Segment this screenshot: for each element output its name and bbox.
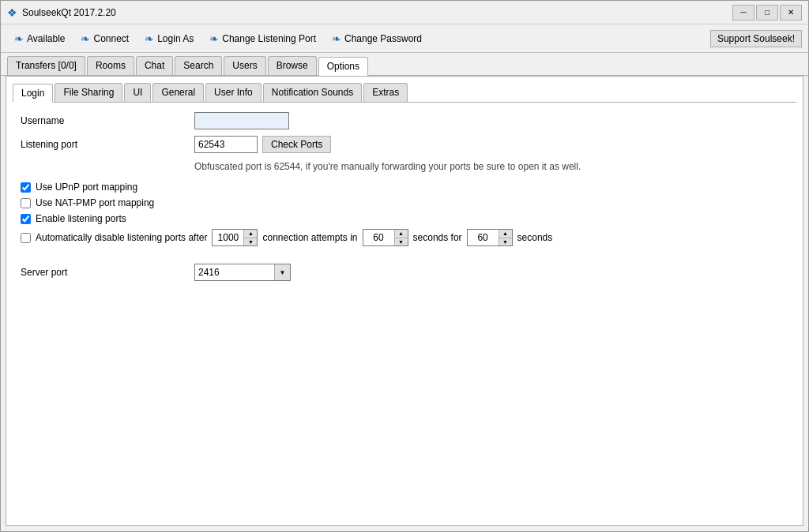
inner-tab-notification-sounds[interactable]: Notification Sounds xyxy=(263,83,362,102)
tab-options[interactable]: Options xyxy=(318,57,368,76)
upnp-label[interactable]: Use UPnP port mapping xyxy=(36,182,137,193)
change-password-icon: ❧ xyxy=(332,32,341,45)
seconds-for-label: seconds for xyxy=(413,232,462,243)
support-button[interactable]: Support Soulseek! xyxy=(710,30,802,47)
login-as-label: Login As xyxy=(157,33,194,44)
obfuscated-note: Obfuscated port is 62544, if you're manu… xyxy=(13,159,796,174)
seconds-label: seconds xyxy=(517,232,553,243)
connect-label: Connect xyxy=(93,33,129,44)
tab-browse[interactable]: Browse xyxy=(268,56,317,75)
connection-attempts-input[interactable] xyxy=(213,230,244,245)
toolbar-left: ❧ Available ❧ Connect ❧ Login As ❧ Chang… xyxy=(7,29,429,48)
title-bar: ❖ SoulseekQt 2017.2.20 ─ □ ✕ xyxy=(1,1,808,24)
change-port-icon: ❧ xyxy=(209,32,219,45)
login-as-icon: ❧ xyxy=(145,32,154,45)
server-port-row: Server port 2416 2417 2418 ▼ xyxy=(13,264,796,281)
seconds-in-up-arrow[interactable]: ▲ xyxy=(395,230,408,238)
title-bar-controls: ─ □ ✕ xyxy=(732,5,802,21)
available-icon: ❧ xyxy=(14,32,24,45)
seconds-in-input[interactable] xyxy=(363,230,395,245)
available-button[interactable]: ❧ Available xyxy=(7,29,72,48)
change-password-label: Change Password xyxy=(344,33,422,44)
close-button[interactable]: ✕ xyxy=(780,5,802,21)
seconds-for-arrows: ▲ ▼ xyxy=(499,230,512,245)
seconds-in-spinner: ▲ ▼ xyxy=(363,229,408,246)
enable-listening-label[interactable]: Enable listening ports xyxy=(36,213,126,224)
auto-disable-checkbox[interactable] xyxy=(21,233,31,243)
minimize-button[interactable]: ─ xyxy=(732,5,754,21)
window-frame: ❖ SoulseekQt 2017.2.20 ─ □ ✕ ❧ Available… xyxy=(0,0,809,532)
app-icon: ❖ xyxy=(7,6,17,19)
server-port-dropdown-arrow: ▼ xyxy=(274,264,290,280)
toolbar: ❧ Available ❧ Connect ❧ Login As ❧ Chang… xyxy=(1,24,808,53)
upnp-row: Use UPnP port mapping xyxy=(13,182,796,193)
enable-listening-checkbox[interactable] xyxy=(21,214,31,224)
content-area: Login File Sharing UI General User Info … xyxy=(6,76,803,526)
upnp-checkbox[interactable] xyxy=(21,182,31,193)
inner-tab-bar: Login File Sharing UI General User Info … xyxy=(13,83,796,103)
main-tab-bar: Transfers [0/0] Rooms Chat Search Users … xyxy=(1,53,808,76)
divider xyxy=(13,251,796,259)
enable-listening-row: Enable listening ports xyxy=(13,213,796,224)
inner-tab-login[interactable]: Login xyxy=(13,84,53,103)
inner-tab-ui[interactable]: UI xyxy=(124,83,151,102)
connection-attempts-arrows: ▲ ▼ xyxy=(244,230,257,245)
nat-pmp-label[interactable]: Use NAT-PMP port mapping xyxy=(36,197,154,208)
change-listening-port-label: Change Listening Port xyxy=(222,33,316,44)
auto-disable-label[interactable]: Automatically disable listening ports af… xyxy=(36,232,207,243)
connection-attempts-label: connection attempts in xyxy=(262,232,357,243)
tab-chat[interactable]: Chat xyxy=(136,56,173,75)
inner-tab-file-sharing[interactable]: File Sharing xyxy=(55,83,122,102)
auto-disable-row: Automatically disable listening ports af… xyxy=(13,229,796,246)
restore-button[interactable]: □ xyxy=(756,5,778,21)
seconds-for-up-arrow[interactable]: ▲ xyxy=(499,230,512,238)
listening-port-label: Listening port xyxy=(21,139,194,150)
server-port-select-wrapper: 2416 2417 2418 ▼ xyxy=(194,264,291,281)
nat-pmp-checkbox[interactable] xyxy=(21,198,31,208)
title-bar-left: ❖ SoulseekQt 2017.2.20 xyxy=(7,6,116,19)
connect-button[interactable]: ❧ Connect xyxy=(73,29,136,48)
listening-port-input[interactable] xyxy=(194,136,258,153)
login-tab-content: Username Listening port Check Ports Obfu… xyxy=(13,112,796,281)
connection-attempts-spinner: ▲ ▼ xyxy=(212,229,258,246)
seconds-in-down-arrow[interactable]: ▼ xyxy=(395,238,408,246)
tab-users[interactable]: Users xyxy=(224,56,265,75)
tab-transfers[interactable]: Transfers [0/0] xyxy=(7,56,85,75)
seconds-in-arrows: ▲ ▼ xyxy=(395,230,408,245)
available-label: Available xyxy=(27,33,65,44)
change-listening-port-button[interactable]: ❧ Change Listening Port xyxy=(202,29,323,48)
seconds-for-down-arrow[interactable]: ▼ xyxy=(499,238,512,246)
tab-rooms[interactable]: Rooms xyxy=(87,56,134,75)
server-port-select[interactable]: 2416 2417 2418 xyxy=(195,265,274,279)
inner-tab-user-info[interactable]: User Info xyxy=(205,83,262,102)
login-as-button[interactable]: ❧ Login As xyxy=(137,29,201,48)
seconds-for-input[interactable] xyxy=(468,230,499,245)
connect-icon: ❧ xyxy=(81,32,90,45)
connection-attempts-up-arrow[interactable]: ▲ xyxy=(244,230,257,238)
inner-tab-extras[interactable]: Extras xyxy=(363,83,408,102)
tab-search[interactable]: Search xyxy=(175,56,222,75)
window-title: SoulseekQt 2017.2.20 xyxy=(22,7,116,18)
username-label: Username xyxy=(21,115,194,126)
nat-pmp-row: Use NAT-PMP port mapping xyxy=(13,197,796,208)
inner-tab-general[interactable]: General xyxy=(152,83,204,102)
change-password-button[interactable]: ❧ Change Password xyxy=(325,29,429,48)
connection-attempts-down-arrow[interactable]: ▼ xyxy=(244,238,257,246)
username-row: Username xyxy=(13,112,796,129)
server-port-label: Server port xyxy=(21,267,194,278)
listening-port-row: Listening port Check Ports xyxy=(13,136,796,153)
seconds-for-spinner: ▲ ▼ xyxy=(467,229,513,246)
check-ports-button[interactable]: Check Ports xyxy=(262,136,331,153)
username-input[interactable] xyxy=(194,112,289,129)
